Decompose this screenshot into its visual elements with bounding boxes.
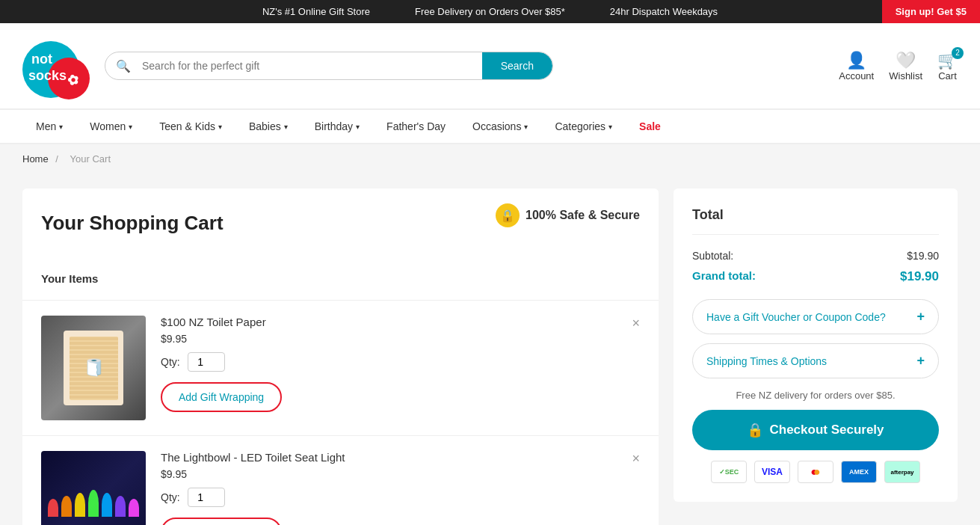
item-1-details: $100 NZ Toilet Paper $9.95 Qty: Add Gift… bbox=[161, 316, 640, 412]
breadcrumb-separator: / bbox=[55, 153, 58, 165]
item-1-qty-input[interactable] bbox=[188, 352, 225, 372]
summary-title: Total bbox=[692, 207, 939, 235]
shipping-label: Shipping Times & Options bbox=[706, 355, 827, 367]
plus-icon: + bbox=[916, 353, 925, 369]
cart-badge: 2 bbox=[952, 47, 964, 59]
qty-label-2: Qty: bbox=[161, 491, 180, 503]
plus-icon: + bbox=[916, 309, 925, 325]
grand-total-label: Grand total: bbox=[692, 269, 756, 284]
payment-mastercard: ●● bbox=[798, 461, 833, 483]
nav-birthday-label: Birthday bbox=[315, 120, 353, 132]
breadcrumb-current: Your Cart bbox=[70, 153, 111, 165]
remove-item-1-button[interactable]: × bbox=[632, 316, 640, 331]
lock-icon: 🔒 bbox=[747, 422, 763, 438]
remove-item-2-button[interactable]: × bbox=[632, 451, 640, 467]
voucher-expand-button[interactable]: Have a Gift Voucher or Coupon Code? + bbox=[692, 299, 939, 334]
svg-text:socks: socks bbox=[28, 68, 67, 83]
subtotal-value: $19.90 bbox=[907, 250, 939, 262]
search-icon: 🔍 bbox=[105, 59, 131, 73]
payment-visa: VISA bbox=[754, 461, 790, 483]
cart-label: Cart bbox=[938, 70, 957, 82]
account-icon: 👤 bbox=[846, 51, 866, 70]
voucher-label: Have a Gift Voucher or Coupon Code? bbox=[706, 311, 886, 323]
nav-men-label: Men bbox=[36, 120, 56, 132]
main-content: Your Shopping Cart 🔒 100% Safe & Secure … bbox=[0, 174, 980, 525]
secure-badge: 🔒 100% Safe & Secure bbox=[496, 203, 640, 227]
add-gift-wrapping-button-2[interactable]: Add Gift Wrapping bbox=[161, 518, 282, 525]
item-1-qty-row: Qty: bbox=[161, 352, 640, 372]
free-delivery-note: Free NZ delivery for orders over $85. bbox=[692, 390, 939, 401]
chevron-down-icon: ▾ bbox=[218, 123, 222, 131]
grand-total-row: Grand total: $19.90 bbox=[692, 269, 939, 284]
cart-items-header: Your Items bbox=[22, 257, 659, 301]
item-1-price: $9.95 bbox=[161, 333, 640, 345]
item-1-image: 🧻 bbox=[41, 316, 146, 420]
nav-item-fathers-day[interactable]: Father's Day bbox=[373, 110, 459, 143]
item-2-details: The Lightbowl - LED Toilet Seat Light $9… bbox=[161, 451, 640, 525]
item-1-name: $100 NZ Toilet Paper bbox=[161, 316, 640, 328]
order-summary: Total Subtotal: $19.90 Grand total: $19.… bbox=[674, 188, 958, 525]
signup-button[interactable]: Sign up! Get $5 bbox=[882, 0, 980, 23]
item-2-qty-row: Qty: bbox=[161, 488, 640, 507]
summary-box: Total Subtotal: $19.90 Grand total: $19.… bbox=[674, 188, 958, 502]
add-gift-wrapping-button-1[interactable]: Add Gift Wrapping bbox=[161, 382, 282, 412]
search-bar: 🔍 Search bbox=[105, 52, 553, 80]
nav-item-birthday[interactable]: Birthday ▾ bbox=[301, 110, 373, 143]
banner-item-3: 24hr Dispatch Weekdays bbox=[610, 6, 718, 17]
led-seats-visual bbox=[48, 490, 139, 517]
chevron-down-icon: ▾ bbox=[608, 123, 612, 131]
nav-item-occasions[interactable]: Occasions ▾ bbox=[459, 110, 541, 143]
nav-fathers-label: Father's Day bbox=[386, 120, 446, 132]
search-button[interactable]: Search bbox=[482, 52, 552, 79]
header: not socks ✿ 🔍 Search 👤 Account 🤍 Wishlis… bbox=[0, 23, 980, 109]
account-link[interactable]: 👤 Account bbox=[839, 51, 874, 82]
nav-categories-label: Categories bbox=[555, 120, 605, 132]
wishlist-label: Wishlist bbox=[889, 70, 922, 82]
top-banner: NZ's #1 Online Gift Store Free Delivery … bbox=[0, 0, 980, 23]
subtotal-label: Subtotal: bbox=[692, 250, 733, 262]
wishlist-link[interactable]: 🤍 Wishlist bbox=[889, 51, 922, 82]
logo[interactable]: not socks ✿ bbox=[22, 32, 90, 99]
main-nav: Men ▾ Women ▾ Teen & Kids ▾ Babies ▾ Bir… bbox=[0, 109, 980, 144]
cart-link[interactable]: 🛒 2 Cart bbox=[937, 51, 958, 82]
item-2-image bbox=[41, 451, 146, 525]
nav-item-categories[interactable]: Categories ▾ bbox=[541, 110, 626, 143]
subtotal-row: Subtotal: $19.90 bbox=[692, 250, 939, 262]
svg-text:not: not bbox=[31, 52, 52, 67]
nav-women-label: Women bbox=[90, 120, 126, 132]
item-2-name: The Lightbowl - LED Toilet Seat Light bbox=[161, 451, 640, 464]
checkout-button[interactable]: 🔒 Checkout Securely bbox=[692, 410, 939, 450]
chevron-down-icon: ▾ bbox=[284, 123, 288, 131]
banner-item-1: NZ's #1 Online Gift Store bbox=[262, 6, 370, 17]
item-2-qty-input[interactable] bbox=[188, 488, 225, 507]
nav-teen-label: Teen & Kids bbox=[159, 120, 215, 132]
banner-item-2: Free Delivery on Orders Over $85* bbox=[415, 6, 565, 17]
chevron-down-icon: ▾ bbox=[356, 123, 360, 131]
cart-item: The Lightbowl - LED Toilet Seat Light $9… bbox=[22, 436, 659, 525]
search-input[interactable] bbox=[131, 52, 482, 79]
breadcrumb-home[interactable]: Home bbox=[22, 153, 49, 165]
nav-babies-label: Babies bbox=[249, 120, 281, 132]
header-icons: 👤 Account 🤍 Wishlist 🛒 2 Cart bbox=[839, 51, 958, 82]
chevron-down-icon: ▾ bbox=[129, 123, 132, 131]
heart-icon: 🤍 bbox=[896, 51, 916, 70]
nav-item-men[interactable]: Men ▾ bbox=[22, 110, 76, 143]
page-title: Your Shopping Cart bbox=[41, 212, 224, 235]
nav-sale-label: Sale bbox=[639, 120, 661, 132]
cart-section: Your Shopping Cart 🔒 100% Safe & Secure … bbox=[22, 188, 659, 525]
grand-total-value: $19.90 bbox=[900, 269, 939, 284]
lock-circle-icon: 🔒 bbox=[496, 203, 520, 227]
payment-icons: ✓SEC VISA ●● AMEX afterpay bbox=[692, 461, 939, 483]
chevron-down-icon: ▾ bbox=[524, 123, 528, 131]
nav-item-sale[interactable]: Sale bbox=[626, 110, 674, 143]
breadcrumb: Home / Your Cart bbox=[0, 144, 980, 174]
shipping-expand-button[interactable]: Shipping Times & Options + bbox=[692, 343, 939, 378]
payment-secured: ✓SEC bbox=[711, 461, 747, 483]
nav-item-women[interactable]: Women ▾ bbox=[76, 110, 146, 143]
nav-occasions-label: Occasions bbox=[472, 120, 521, 132]
payment-amex: AMEX bbox=[841, 461, 877, 483]
nav-item-teen[interactable]: Teen & Kids ▾ bbox=[146, 110, 235, 143]
cart-item: 🧻 $100 NZ Toilet Paper $9.95 Qty: Add Gi… bbox=[22, 301, 659, 436]
item-2-price: $9.95 bbox=[161, 468, 640, 480]
nav-item-babies[interactable]: Babies ▾ bbox=[235, 110, 301, 143]
